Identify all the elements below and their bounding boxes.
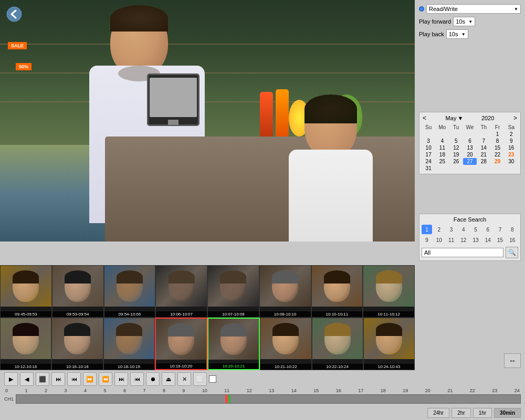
cal-day-2[interactable]: 2 <box>505 131 518 138</box>
face-num-8[interactable]: 8 <box>507 225 518 234</box>
face-num-15[interactable]: 15 <box>495 235 506 245</box>
timeline-bar[interactable] <box>16 394 521 404</box>
timeline-num-16: 16 <box>336 388 341 393</box>
ctrl-play[interactable]: ▶ <box>4 372 18 386</box>
cal-day-31[interactable]: 31 <box>422 165 435 172</box>
thumbnail-row-2: 10:12-10:1610:16-10:1810:18-10:1910:19-1… <box>0 318 415 370</box>
thumb-item-10081010[interactable]: 10:08-10:10 <box>259 265 311 318</box>
mode-dropdown[interactable]: Read/Write ▼ <box>426 4 521 14</box>
cal-day-16[interactable]: 16 <box>505 144 518 151</box>
cal-day-24[interactable]: 24 <box>422 158 435 165</box>
thumb-item-09450953[interactable]: 09:45-09:53 <box>0 265 52 318</box>
ctrl-stop[interactable]: ⬛ <box>36 372 49 386</box>
thumb-item-10211022[interactable]: 10:21-10:22 <box>260 318 311 370</box>
cal-prev-btn[interactable]: < <box>422 114 427 122</box>
timeline-num-6: 6 <box>123 388 126 393</box>
ctrl-prev-segment[interactable]: ⏮ <box>67 372 81 386</box>
cal-day-5[interactable]: 5 <box>449 138 463 144</box>
thumb-item-10241043[interactable]: 10:24-10:43 <box>363 318 415 370</box>
cal-day-4[interactable]: 4 <box>435 138 449 144</box>
thumb-item-09530954[interactable]: 09:53-09:54 <box>52 265 104 318</box>
thumb-item-10201021[interactable]: 10:20-10:21 <box>207 318 260 370</box>
cal-day-14[interactable]: 14 <box>477 144 490 151</box>
face-num-10[interactable]: 10 <box>434 235 444 245</box>
face-num-1[interactable]: 1 <box>422 225 432 234</box>
time-btn-2hr[interactable]: 2hr <box>452 408 470 418</box>
cal-day-10[interactable]: 10 <box>422 144 435 151</box>
cal-day-1[interactable]: 1 <box>490 131 504 138</box>
face-search-btn[interactable]: 🔍 <box>506 247 518 258</box>
play-back-dropdown[interactable]: 10s ▼ <box>446 29 468 39</box>
ctrl-rec[interactable]: ⏺ <box>146 372 160 386</box>
cal-day-9[interactable]: 9 <box>505 138 518 144</box>
cal-day-17[interactable]: 17 <box>422 151 435 158</box>
thumb-item-10221024[interactable]: 10:22-10:24 <box>312 318 363 370</box>
face-all-input[interactable] <box>422 248 503 257</box>
ctrl-rew[interactable]: ⏪ <box>99 372 112 386</box>
face-num-7[interactable]: 7 <box>495 225 506 234</box>
svg-point-0 <box>7 7 22 22</box>
cal-day-30[interactable]: 30 <box>505 158 518 165</box>
cal-day-28[interactable]: 28 <box>477 158 490 165</box>
ctrl-eject[interactable]: ⏏ <box>162 372 175 386</box>
cal-day-12[interactable]: 12 <box>449 144 463 151</box>
time-btn-30min[interactable]: 30min <box>494 408 521 418</box>
mode-radio[interactable] <box>419 6 424 12</box>
ctrl-ff[interactable]: ⏩ <box>83 372 97 386</box>
loop-checkbox[interactable] <box>209 375 216 383</box>
thumb-item-10111012[interactable]: 10:11-10:12 <box>363 265 415 318</box>
cal-day-25[interactable]: 25 <box>435 158 449 165</box>
face-num-2[interactable]: 2 <box>434 225 444 234</box>
cal-day-7[interactable]: 7 <box>477 138 490 144</box>
ctrl-snap[interactable]: ⬜ <box>193 372 207 386</box>
tools-btn[interactable]: ↔ <box>504 353 521 368</box>
cal-day-21[interactable]: 21 <box>477 151 490 158</box>
thumb-item-10161018[interactable]: 10:16-10:18 <box>51 318 103 370</box>
cal-day-6[interactable]: 6 <box>463 138 477 144</box>
timeline-num-15: 15 <box>313 388 319 393</box>
time-btn-1hr[interactable]: 1hr <box>473 408 492 418</box>
timeline-num-5: 5 <box>103 388 106 393</box>
cal-day-11[interactable]: 11 <box>435 144 449 151</box>
cal-next-btn[interactable]: > <box>512 114 518 122</box>
thumb-item-09541006[interactable]: 09:54-10:06 <box>104 265 156 318</box>
back-button[interactable] <box>6 6 22 22</box>
ctrl-next-segment[interactable]: ⏭ <box>51 372 65 386</box>
face-num-3[interactable]: 3 <box>446 225 457 234</box>
ctrl-cut[interactable]: ✕ <box>177 372 191 386</box>
cal-day-3[interactable]: 3 <box>422 138 435 144</box>
face-num-11[interactable]: 11 <box>446 235 457 245</box>
cal-day-22[interactable]: 22 <box>490 151 504 158</box>
thumb-item-10061007[interactable]: 10:06-10:07 <box>155 265 207 318</box>
thumb-item-10121016[interactable]: 10:12-10:16 <box>0 318 51 370</box>
time-btn-24hr[interactable]: 24hr <box>427 408 449 418</box>
cal-day-13[interactable]: 13 <box>463 144 477 151</box>
thumb-item-10101011[interactable]: 10:10-10:11 <box>311 265 363 318</box>
ctrl-end[interactable]: ⏭ <box>114 372 128 386</box>
play-forward-dropdown[interactable]: 10s ▼ <box>453 17 475 26</box>
ctrl-begin[interactable]: ⏮ <box>130 372 144 386</box>
cal-day-19[interactable]: 19 <box>449 151 463 158</box>
face-num-13[interactable]: 13 <box>470 235 481 245</box>
cal-day-23[interactable]: 23 <box>505 151 518 158</box>
face-num-12[interactable]: 12 <box>458 235 469 245</box>
cal-day-20[interactable]: 20 <box>463 151 477 158</box>
face-num-14[interactable]: 14 <box>482 235 493 245</box>
thumb-item-10181019[interactable]: 10:18-10:19 <box>103 318 155 370</box>
cal-day-26[interactable]: 26 <box>449 158 463 165</box>
face-num-6[interactable]: 6 <box>482 225 493 234</box>
cal-day-15[interactable]: 15 <box>490 144 504 151</box>
thumb-item-10191020[interactable]: 10:19-10:20 <box>155 318 207 370</box>
face-num-4[interactable]: 4 <box>458 225 469 234</box>
cal-day-18[interactable]: 18 <box>435 151 449 158</box>
cal-day-8[interactable]: 8 <box>490 138 504 144</box>
face-num-9[interactable]: 9 <box>422 235 432 245</box>
face-num-16[interactable]: 16 <box>507 235 518 245</box>
ctrl-prev-frame[interactable]: ◀ <box>20 372 34 386</box>
thumb-face-r1-4 <box>208 266 259 307</box>
thumb-item-10071008[interactable]: 10:07-10:08 <box>207 265 259 318</box>
face-num-5[interactable]: 5 <box>470 225 481 234</box>
cal-day-29[interactable]: 29 <box>490 158 504 165</box>
thumb-face-r1-3 <box>156 266 207 307</box>
cal-day-27[interactable]: 27 <box>463 158 477 165</box>
